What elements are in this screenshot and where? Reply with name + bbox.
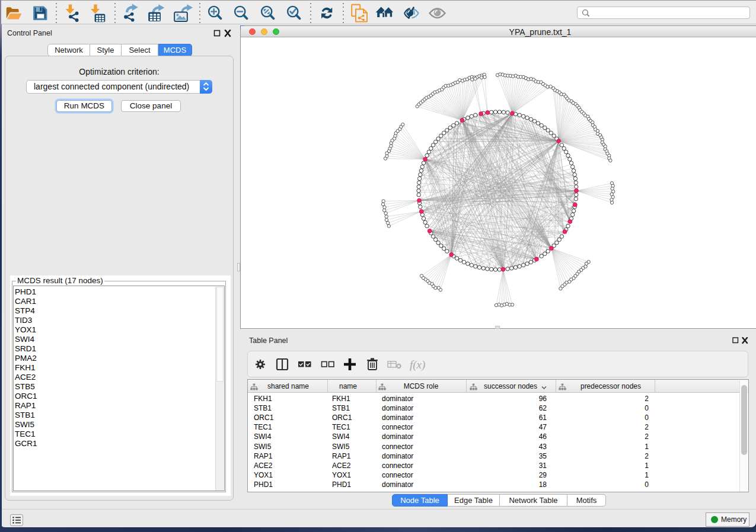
svg-text:f(x): f(x)	[410, 358, 425, 371]
